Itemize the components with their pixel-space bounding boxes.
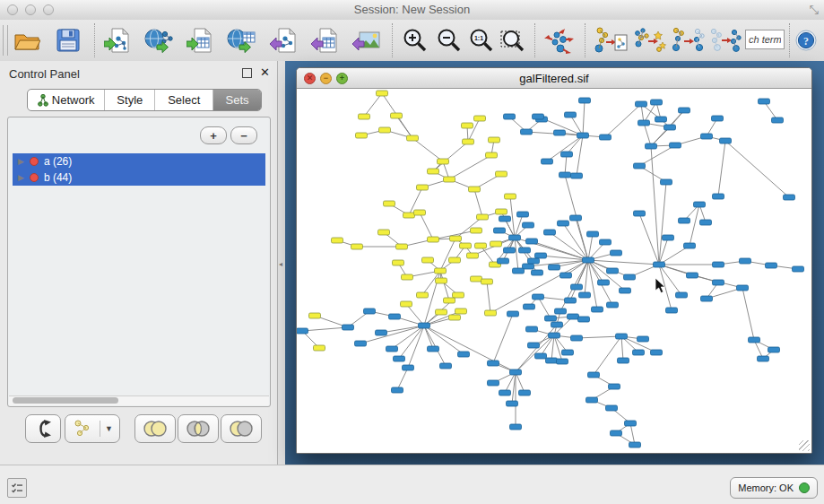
diff-mark-nodes-button[interactable] (631, 25, 669, 56)
graph-node[interactable] (661, 179, 672, 185)
graph-node[interactable] (570, 215, 582, 221)
network-view-window[interactable]: ✕ − + galFiltered.sif (296, 67, 812, 454)
graph-node[interactable] (577, 133, 589, 138)
task-history-button[interactable] (7, 478, 27, 498)
graph-node[interactable] (634, 211, 646, 216)
graph-node[interactable] (494, 228, 506, 233)
graph-node[interactable] (471, 228, 482, 233)
graph-node[interactable] (507, 401, 518, 406)
graph-node[interactable] (389, 314, 401, 319)
graph-node[interactable] (532, 270, 543, 275)
graph-node[interactable] (629, 442, 641, 448)
graph-node[interactable] (606, 405, 618, 411)
graph-node[interactable] (664, 125, 676, 130)
import-table-file-button[interactable] (185, 25, 217, 56)
graph-node[interactable] (598, 280, 610, 285)
float-icon[interactable] (242, 68, 252, 78)
graph-node[interactable] (571, 173, 583, 178)
graph-node[interactable] (740, 258, 751, 264)
import-network-file-button[interactable] (102, 25, 134, 56)
create-set-network-button[interactable]: ▼ (65, 414, 120, 443)
graph-node[interactable] (485, 310, 497, 316)
difference-button[interactable] (221, 414, 262, 443)
graph-node[interactable] (561, 152, 573, 157)
graph-node[interactable] (391, 113, 403, 118)
graph-node[interactable] (720, 138, 732, 143)
graph-node[interactable] (490, 241, 502, 247)
chevron-down-icon[interactable]: ▼ (105, 424, 113, 433)
graph-node[interactable] (546, 358, 558, 363)
tab-sets[interactable]: Sets (213, 90, 261, 110)
graph-node[interactable] (565, 298, 577, 303)
graph-node[interactable] (694, 202, 706, 207)
graph-node[interactable] (611, 430, 622, 436)
tab-style[interactable]: Style (105, 90, 155, 110)
graph-node[interactable] (544, 230, 556, 235)
graph-node[interactable] (428, 346, 439, 352)
graph-node[interactable] (453, 292, 464, 298)
graph-node[interactable] (526, 239, 538, 244)
graph-node[interactable] (713, 280, 724, 285)
graph-node[interactable] (332, 238, 343, 243)
graph-node[interactable] (507, 311, 519, 317)
graph-node[interactable] (509, 235, 521, 240)
graph-node[interactable] (401, 301, 412, 307)
graph-node[interactable] (579, 292, 591, 298)
graph-node[interactable] (600, 239, 611, 245)
graph-node[interactable] (428, 237, 439, 242)
graph-node[interactable] (607, 302, 619, 308)
graph-node[interactable] (486, 152, 498, 158)
graph-node[interactable] (571, 335, 583, 341)
graph-node[interactable] (684, 243, 696, 248)
graph-node[interactable] (562, 350, 574, 355)
graph-node[interactable] (499, 390, 511, 395)
graph-node[interactable] (638, 120, 650, 126)
expander-icon[interactable]: ▶ (18, 157, 24, 166)
remove-set-button[interactable]: − (230, 126, 257, 144)
graph-node[interactable] (793, 266, 804, 272)
graph-node[interactable] (436, 309, 447, 315)
graph-node[interactable] (510, 424, 522, 430)
graph-node[interactable] (646, 143, 657, 149)
graph-node[interactable] (471, 276, 482, 282)
graph-node[interactable] (523, 222, 534, 228)
graph-node[interactable] (407, 135, 419, 141)
graph-node[interactable] (578, 317, 590, 322)
graph-node[interactable] (679, 218, 690, 223)
graph-node[interactable] (533, 294, 544, 300)
graph-node[interactable] (555, 308, 567, 314)
graph-node[interactable] (638, 336, 649, 342)
graph-node[interactable] (309, 313, 321, 318)
graph-node[interactable] (768, 347, 780, 352)
list-item-set-a[interactable]: ▶ a (26) (13, 153, 265, 169)
graph-node[interactable] (701, 296, 713, 301)
graph-node[interactable] (496, 171, 507, 177)
search-input[interactable] (745, 30, 785, 49)
graph-node[interactable] (655, 117, 667, 122)
graph-node[interactable] (384, 201, 395, 206)
graph-node[interactable] (592, 307, 603, 312)
graph-node[interactable] (519, 248, 531, 253)
graph-node[interactable] (449, 257, 461, 263)
graph-node[interactable] (618, 358, 629, 363)
graph-node[interactable] (462, 123, 473, 128)
graph-node[interactable] (528, 258, 540, 264)
graph-node[interactable] (379, 127, 391, 133)
graph-node[interactable] (364, 308, 376, 314)
graph-node[interactable] (499, 216, 511, 222)
graph-node[interactable] (488, 380, 499, 386)
graph-node[interactable] (609, 384, 620, 389)
graph-node[interactable] (444, 298, 455, 303)
diff-to-network-button[interactable] (592, 25, 629, 56)
graph-node[interactable] (542, 159, 553, 164)
graph-node[interactable] (394, 356, 405, 361)
graph-node[interactable] (526, 326, 538, 332)
graph-node[interactable] (297, 328, 308, 334)
graph-node[interactable] (396, 244, 408, 249)
graph-node[interactable] (676, 292, 688, 298)
graph-node[interactable] (666, 308, 678, 313)
graph-node[interactable] (458, 352, 470, 357)
graph-node[interactable] (670, 143, 681, 148)
graph-node[interactable] (663, 235, 674, 240)
import-table-url-button[interactable] (226, 25, 258, 56)
